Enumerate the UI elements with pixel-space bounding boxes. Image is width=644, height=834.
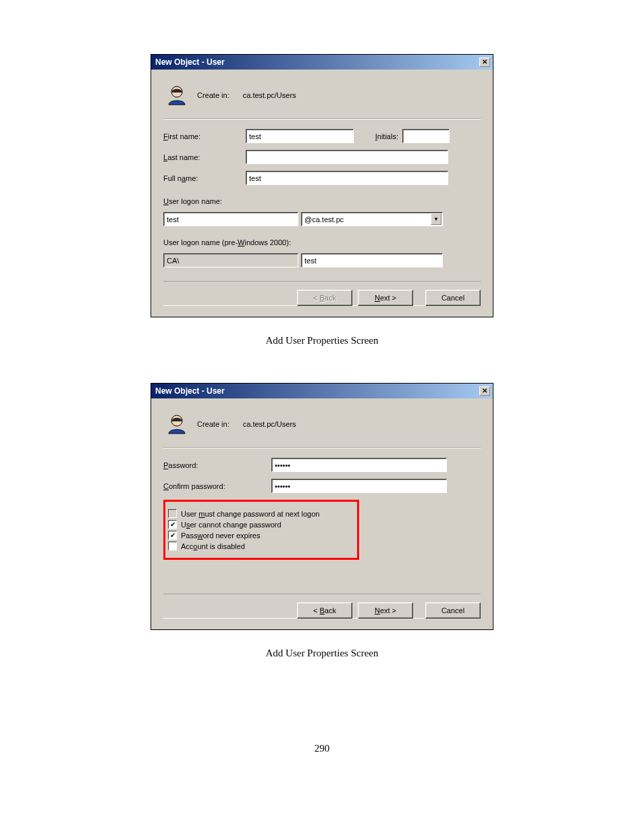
- first-name-input[interactable]: [246, 129, 354, 143]
- checkbox-never-expires-label: Password never expires: [181, 531, 260, 540]
- back-button: < Back: [297, 290, 352, 306]
- next-button[interactable]: Next >: [358, 290, 413, 306]
- new-user-dialog-step1: New Object - User ✕ Create in: ca.test.p…: [151, 54, 493, 317]
- close-icon[interactable]: ✕: [479, 57, 490, 67]
- user-head-icon: [166, 84, 188, 106]
- create-in-label: Create in:: [197, 91, 230, 99]
- password-options-highlight: User must change password at next logon …: [163, 500, 359, 560]
- dialog-title: New Object - User: [154, 386, 479, 396]
- initials-label: Initials:: [358, 132, 398, 140]
- titlebar[interactable]: New Object - User ✕: [151, 384, 493, 398]
- create-in-path: ca.test.pc/Users: [243, 91, 296, 99]
- checkbox-must-change[interactable]: [168, 509, 177, 518]
- create-in-label: Create in:: [197, 420, 230, 428]
- full-name-input[interactable]: [246, 171, 448, 185]
- confirm-password-input[interactable]: [271, 479, 447, 493]
- user-logon-input[interactable]: [163, 212, 298, 226]
- create-in-path: ca.test.pc/Users: [243, 420, 296, 428]
- checkbox-cannot-change[interactable]: ✔: [168, 520, 177, 529]
- last-name-label: Last name:: [163, 153, 244, 161]
- dialog-title: New Object - User: [154, 57, 479, 67]
- pre2000-domain-input: [163, 253, 298, 267]
- page-number: 290: [315, 743, 330, 754]
- figure-caption: Add User Properties Screen: [265, 648, 378, 659]
- new-user-dialog-step2: New Object - User ✕ Create in: ca.test.p…: [151, 383, 493, 630]
- first-name-label: First name:: [163, 132, 244, 140]
- cancel-button[interactable]: Cancel: [425, 290, 481, 306]
- checkbox-disabled-label: Account is disabled: [181, 542, 245, 550]
- figure-caption: Add User Properties Screen: [265, 335, 378, 346]
- checkbox-cannot-change-label: User cannot change password: [181, 521, 281, 529]
- chevron-down-icon[interactable]: ▼: [431, 213, 441, 225]
- back-button[interactable]: < Back: [297, 602, 352, 619]
- last-name-input[interactable]: [246, 150, 448, 164]
- domain-select[interactable]: [301, 212, 443, 226]
- password-label: Password:: [163, 461, 271, 469]
- close-icon[interactable]: ✕: [479, 386, 490, 396]
- password-input[interactable]: [271, 458, 447, 472]
- next-button[interactable]: Next >: [358, 602, 413, 619]
- initials-input[interactable]: [402, 129, 450, 143]
- checkbox-never-expires[interactable]: ✔: [168, 531, 177, 540]
- pre2000-user-input[interactable]: [301, 253, 443, 267]
- titlebar[interactable]: New Object - User ✕: [151, 55, 493, 70]
- confirm-password-label: Confirm password:: [163, 482, 271, 490]
- cancel-button[interactable]: Cancel: [425, 602, 481, 619]
- checkbox-disabled[interactable]: [168, 542, 177, 550]
- user-logon-label: User logon name:: [163, 197, 481, 205]
- pre2000-label: User logon name (pre-Windows 2000):: [163, 238, 481, 246]
- checkbox-must-change-label: User must change password at next logon: [181, 510, 319, 518]
- user-head-icon: [166, 413, 188, 435]
- full-name-label: Full name:: [163, 174, 244, 182]
